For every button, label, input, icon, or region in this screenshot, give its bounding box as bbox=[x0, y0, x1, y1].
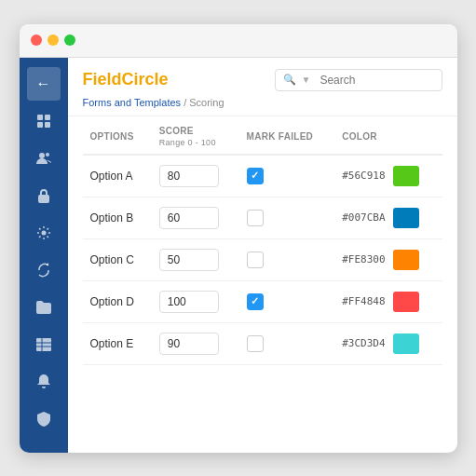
mark-failed-checkbox[interactable] bbox=[247, 168, 264, 184]
app-logo: FieldCircle bbox=[83, 70, 169, 89]
col-options: OPTIONS bbox=[83, 116, 152, 155]
score-input[interactable] bbox=[159, 207, 219, 229]
logo-text1: Field bbox=[83, 70, 122, 88]
sidebar-refresh[interactable] bbox=[27, 253, 61, 287]
score-cell bbox=[152, 280, 239, 322]
table-icon bbox=[36, 338, 51, 351]
svg-point-5 bbox=[46, 153, 49, 156]
close-button[interactable] bbox=[31, 34, 42, 46]
sidebar-grid[interactable] bbox=[27, 104, 61, 138]
score-cell bbox=[152, 238, 239, 280]
svg-rect-6 bbox=[38, 195, 49, 203]
minimize-button[interactable] bbox=[48, 34, 59, 46]
table-row: Option A#56C918 bbox=[83, 155, 442, 197]
scoring-table: OPTIONS SCORERange 0 - 100 MARK FAILED C… bbox=[83, 116, 442, 365]
col-color: COLOR bbox=[334, 116, 442, 155]
table-row: Option D#FF4848 bbox=[83, 280, 442, 322]
svg-rect-2 bbox=[37, 122, 43, 128]
sidebar-table[interactable] bbox=[27, 328, 61, 361]
option-label: Option B bbox=[83, 197, 152, 238]
color-hex-value: #FF4848 bbox=[342, 295, 385, 307]
breadcrumb: Forms and Templates / Scoring bbox=[83, 97, 442, 108]
color-swatch[interactable] bbox=[393, 208, 419, 228]
svg-rect-3 bbox=[45, 122, 50, 128]
mark-failed-checkbox[interactable] bbox=[247, 293, 264, 310]
color-hex-value: #3CD3D4 bbox=[342, 337, 385, 349]
color-hex-value: #FE8300 bbox=[342, 253, 385, 265]
color-cell: #3CD3D4 bbox=[334, 322, 442, 364]
sidebar-back[interactable]: ← bbox=[27, 67, 61, 101]
color-swatch[interactable] bbox=[393, 166, 419, 186]
score-input[interactable] bbox=[159, 291, 219, 313]
mark-failed-cell bbox=[239, 197, 335, 238]
svg-rect-8 bbox=[36, 338, 51, 351]
logo-text2: Circle bbox=[122, 70, 169, 88]
refresh-icon bbox=[36, 263, 51, 278]
table-row: Option B#007CBA bbox=[83, 197, 442, 238]
color-swatch[interactable] bbox=[393, 292, 419, 312]
gear-icon bbox=[36, 225, 51, 240]
header-top: FieldCircle 🔍 ▼ bbox=[83, 69, 442, 91]
search-icon: 🔍 bbox=[283, 74, 296, 86]
users-icon bbox=[36, 151, 51, 166]
search-dropdown-icon: ▼ bbox=[302, 75, 311, 85]
score-input[interactable] bbox=[159, 165, 219, 187]
lock-icon bbox=[37, 188, 50, 203]
sidebar-users[interactable] bbox=[27, 142, 61, 175]
score-input[interactable] bbox=[159, 333, 219, 355]
color-swatch[interactable] bbox=[393, 250, 419, 270]
svg-point-7 bbox=[41, 230, 46, 235]
mark-failed-cell bbox=[239, 322, 335, 364]
option-label: Option E bbox=[83, 322, 152, 364]
mark-failed-checkbox[interactable] bbox=[247, 210, 264, 226]
color-hex-value: #56C918 bbox=[342, 170, 385, 182]
col-score: SCORERange 0 - 100 bbox=[152, 116, 239, 155]
svg-rect-0 bbox=[37, 115, 43, 120]
mark-failed-checkbox[interactable] bbox=[247, 252, 264, 268]
search-input[interactable] bbox=[320, 74, 433, 87]
color-hex-value: #007CBA bbox=[342, 211, 385, 224]
bell-icon bbox=[37, 374, 50, 389]
sidebar-bell[interactable] bbox=[27, 365, 61, 399]
svg-rect-1 bbox=[45, 115, 50, 120]
table-header: OPTIONS SCORERange 0 - 100 MARK FAILED C… bbox=[83, 116, 442, 155]
score-cell bbox=[152, 197, 239, 238]
option-label: Option C bbox=[83, 238, 152, 280]
color-cell: #007CBA bbox=[334, 197, 442, 238]
score-cell bbox=[152, 155, 239, 197]
score-input[interactable] bbox=[159, 249, 219, 271]
option-label: Option A bbox=[83, 155, 152, 197]
color-swatch[interactable] bbox=[393, 333, 419, 354]
shield-icon bbox=[37, 412, 50, 427]
color-cell: #FE8300 bbox=[334, 238, 442, 280]
sidebar-folder[interactable] bbox=[27, 291, 61, 324]
mark-failed-cell bbox=[239, 238, 335, 280]
breadcrumb-link[interactable]: Forms and Templates bbox=[83, 97, 182, 108]
main-layout: ← bbox=[20, 58, 457, 453]
sidebar-lock[interactable] bbox=[27, 179, 61, 212]
mark-failed-cell bbox=[239, 155, 335, 197]
back-arrow-icon: ← bbox=[36, 75, 51, 92]
folder-icon bbox=[36, 301, 51, 314]
col-mark-failed: MARK FAILED bbox=[239, 116, 335, 155]
titlebar bbox=[20, 24, 457, 58]
sidebar-security[interactable] bbox=[27, 402, 61, 436]
search-bar[interactable]: 🔍 ▼ bbox=[275, 69, 442, 91]
breadcrumb-current: Scoring bbox=[189, 97, 224, 108]
content-area: FieldCircle 🔍 ▼ Forms and Templates / Sc… bbox=[68, 58, 457, 453]
color-cell: #FF4848 bbox=[334, 280, 442, 322]
color-cell: #56C918 bbox=[334, 155, 442, 197]
table-row: Option E#3CD3D4 bbox=[83, 322, 442, 364]
grid-icon bbox=[36, 114, 51, 129]
app-window: ← bbox=[20, 24, 457, 453]
table-body: Option A#56C918Option B#007CBAOption C#F… bbox=[83, 155, 442, 365]
sidebar: ← bbox=[20, 58, 68, 453]
header: FieldCircle 🔍 ▼ Forms and Templates / Sc… bbox=[68, 58, 457, 116]
table-row: Option C#FE8300 bbox=[83, 238, 442, 280]
score-cell bbox=[152, 322, 239, 364]
option-label: Option D bbox=[83, 280, 152, 322]
mark-failed-checkbox[interactable] bbox=[247, 335, 264, 352]
maximize-button[interactable] bbox=[64, 34, 75, 46]
svg-point-4 bbox=[39, 153, 45, 158]
sidebar-settings[interactable] bbox=[27, 216, 61, 250]
